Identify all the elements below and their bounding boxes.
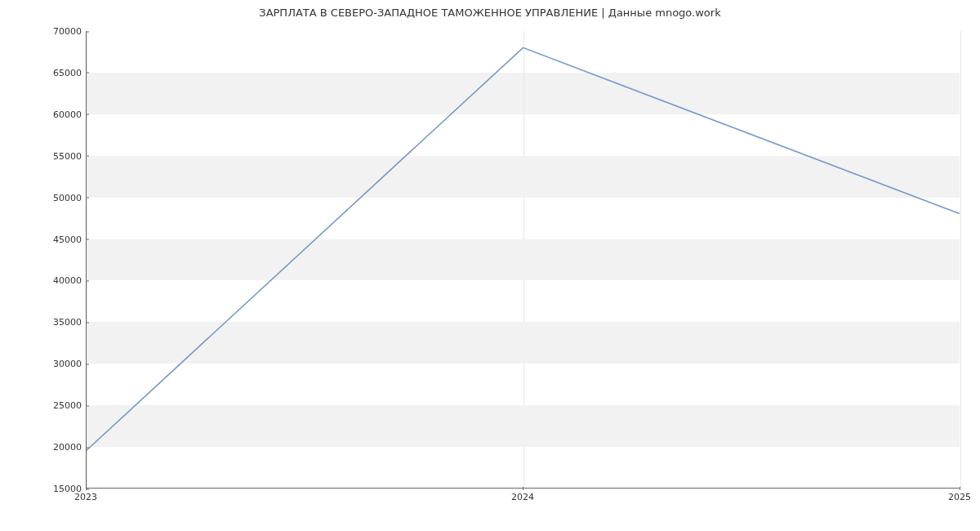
- x-tick-mark: [86, 487, 87, 490]
- plot-area: [86, 31, 960, 489]
- x-tick-label: 2024: [511, 492, 534, 502]
- y-tick-mark: [86, 73, 89, 74]
- y-tick-mark: [86, 156, 89, 157]
- y-tick-mark: [86, 364, 89, 364]
- x-tick-mark: [960, 487, 960, 490]
- y-tick-mark: [86, 322, 89, 323]
- y-tick-label: 25000: [0, 400, 82, 411]
- x-tick-label: 2025: [948, 492, 971, 502]
- y-tick-label: 45000: [0, 234, 82, 244]
- y-tick-mark: [86, 31, 89, 32]
- y-tick-mark: [86, 198, 89, 199]
- y-tick-label: 50000: [0, 192, 82, 203]
- chart-title: ЗАРПЛАТА В СЕВЕРО-ЗАПАДНОЕ ТАМОЖЕННОЕ УП…: [0, 7, 980, 19]
- y-tick-label: 65000: [0, 67, 82, 78]
- y-tick-label: 35000: [0, 317, 82, 328]
- y-tick-label: 15000: [0, 484, 82, 494]
- line-series: [87, 31, 960, 488]
- y-tick-label: 20000: [0, 442, 82, 453]
- y-tick-label: 40000: [0, 275, 82, 286]
- series-line: [87, 47, 960, 450]
- x-tick-mark: [523, 487, 523, 490]
- chart-container: ЗАРПЛАТА В СЕВЕРО-ЗАПАДНОЕ ТАМОЖЕННОЕ УП…: [0, 0, 980, 531]
- y-tick-mark: [86, 447, 89, 448]
- y-tick-mark: [86, 239, 89, 240]
- y-tick-mark: [86, 280, 89, 281]
- y-tick-label: 55000: [0, 150, 82, 161]
- y-tick-label: 60000: [0, 109, 82, 119]
- x-tick-label: 2023: [74, 492, 97, 502]
- y-tick-mark: [86, 114, 89, 115]
- y-tick-label: 70000: [0, 26, 82, 37]
- y-tick-mark: [86, 405, 89, 406]
- grid-vline: [960, 31, 961, 488]
- y-tick-label: 30000: [0, 359, 82, 369]
